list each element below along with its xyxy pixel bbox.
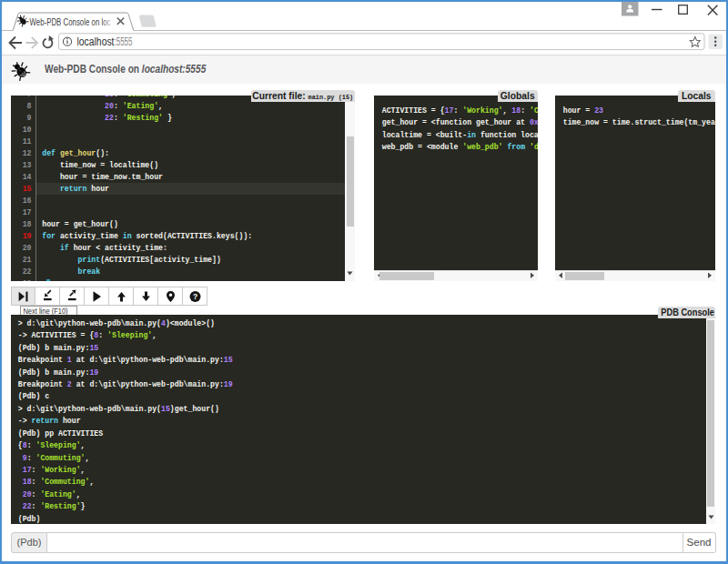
svg-text:?: ?: [192, 292, 197, 301]
svg-text::5555: :5555: [115, 35, 133, 48]
svg-text:localhost: localhost: [77, 35, 115, 48]
svg-text:Web-PDB Console on loc: Web-PDB Console on loc: [30, 16, 111, 27]
